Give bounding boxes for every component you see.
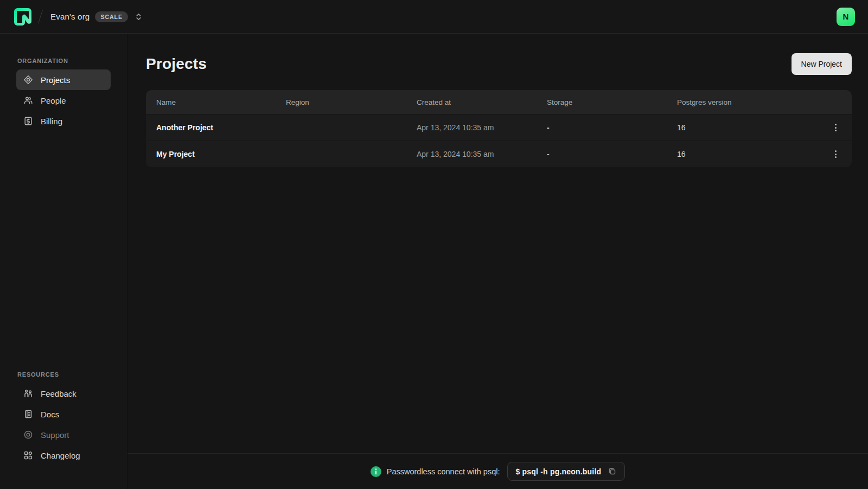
resources-section: RESOURCES Feedback Docs Support Changelo… xyxy=(16,371,111,466)
page-title: Projects xyxy=(146,53,207,75)
sidebar-item-changelog[interactable]: Changelog xyxy=(16,445,111,466)
support-icon xyxy=(23,430,33,440)
info-icon xyxy=(371,466,381,477)
neon-logo-icon[interactable] xyxy=(14,8,31,26)
sidebar-item-feedback[interactable]: Feedback xyxy=(16,383,111,404)
table-row[interactable]: Another Project Apr 13, 2024 10:35 am - … xyxy=(146,114,852,141)
project-postgres-version: 16 xyxy=(677,150,828,158)
sidebar-item-people[interactable]: People xyxy=(16,90,111,111)
sidebar-item-label: Projects xyxy=(41,75,70,85)
project-name[interactable]: Another Project xyxy=(156,123,286,132)
column-header-postgres-version: Postgres version xyxy=(677,98,828,106)
sidebar-item-label: Docs xyxy=(41,410,59,419)
psql-command-box[interactable]: $ psql -h pg.neon.build xyxy=(507,462,625,481)
sidebar-item-label: Changelog xyxy=(41,451,80,460)
psql-footer: Passwordless connect with psql: $ psql -… xyxy=(127,453,868,489)
sidebar-item-projects[interactable]: Projects xyxy=(16,69,111,90)
sidebar-item-label: Billing xyxy=(41,117,62,126)
topbar: Evan's org SCALE N xyxy=(0,0,868,34)
plan-badge: SCALE xyxy=(95,11,128,22)
row-actions-kebab-icon[interactable] xyxy=(828,147,843,162)
column-header-region: Region xyxy=(286,98,417,106)
sidebar: ORGANIZATION Projects People Billing RES… xyxy=(0,34,127,489)
psql-hint-text: Passwordless connect with psql: xyxy=(387,467,500,476)
org-switcher-chevron-icon[interactable] xyxy=(135,12,143,21)
sidebar-item-label: Support xyxy=(41,430,69,440)
projects-table: Name Region Created at Storage Postgres … xyxy=(146,90,852,167)
org-name[interactable]: Evan's org xyxy=(50,12,90,21)
sidebar-item-label: People xyxy=(41,96,66,105)
docs-icon xyxy=(23,409,33,419)
sidebar-item-support[interactable]: Support xyxy=(16,424,111,445)
new-project-button[interactable]: New Project xyxy=(792,53,852,75)
people-icon xyxy=(23,96,33,105)
changelog-icon xyxy=(23,450,33,460)
user-avatar[interactable]: N xyxy=(837,8,855,26)
feedback-icon xyxy=(23,389,33,398)
resources-section-label: RESOURCES xyxy=(17,371,111,378)
project-created-at: Apr 13, 2024 10:35 am xyxy=(417,123,547,132)
project-storage: - xyxy=(547,123,677,132)
sidebar-item-billing[interactable]: Billing xyxy=(16,111,111,131)
main-content: Projects New Project Name Region Created… xyxy=(127,34,868,489)
projects-icon xyxy=(23,75,33,85)
billing-icon xyxy=(23,116,33,126)
column-header-created-at: Created at xyxy=(417,98,547,106)
column-header-storage: Storage xyxy=(547,98,677,106)
table-row[interactable]: My Project Apr 13, 2024 10:35 am - 16 xyxy=(146,141,852,167)
table-header-row: Name Region Created at Storage Postgres … xyxy=(146,90,852,114)
sidebar-item-docs[interactable]: Docs xyxy=(16,404,111,424)
psql-command: $ psql -h pg.neon.build xyxy=(515,467,601,476)
row-actions-kebab-icon[interactable] xyxy=(828,120,843,135)
organization-section-label: ORGANIZATION xyxy=(17,58,111,64)
project-created-at: Apr 13, 2024 10:35 am xyxy=(417,150,547,158)
project-name[interactable]: My Project xyxy=(156,150,286,158)
project-postgres-version: 16 xyxy=(677,123,828,132)
breadcrumb-slash xyxy=(38,10,43,23)
main-header: Projects New Project xyxy=(127,34,868,75)
project-storage: - xyxy=(547,150,677,158)
sidebar-item-label: Feedback xyxy=(41,389,76,398)
column-header-name: Name xyxy=(156,98,286,106)
copy-icon[interactable] xyxy=(608,467,617,476)
